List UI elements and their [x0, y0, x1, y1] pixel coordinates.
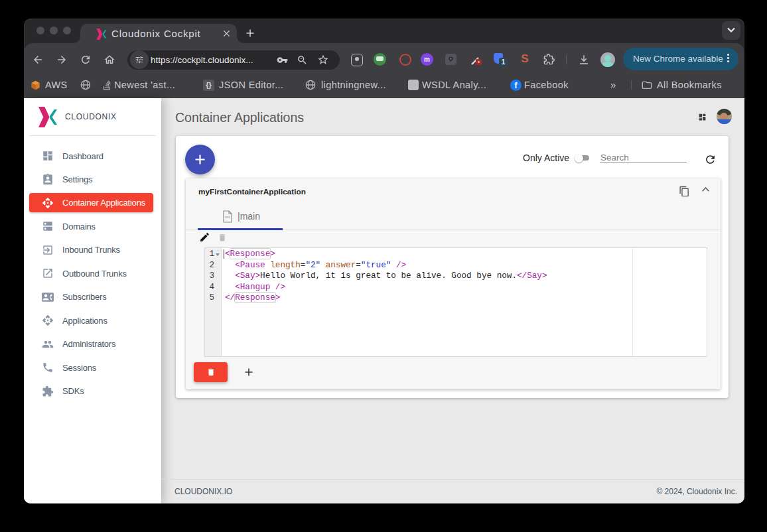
svg-text:xml: xml: [225, 215, 230, 219]
